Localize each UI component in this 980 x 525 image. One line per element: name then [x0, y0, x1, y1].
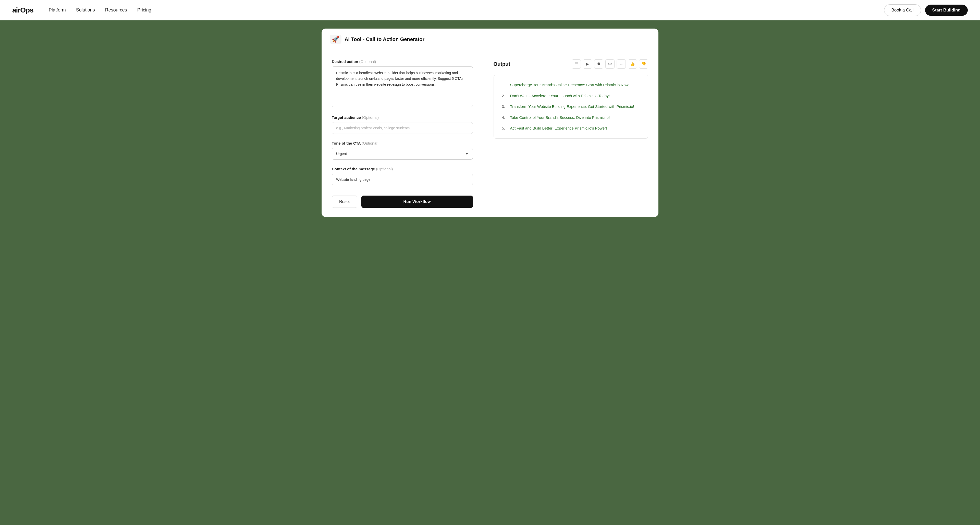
- list-item: 3. Transform Your Website Building Exper…: [502, 104, 640, 109]
- list-item: 2. Don't Wait – Accelerate Your Launch w…: [502, 93, 640, 99]
- context-label: Context of the message (Optional): [332, 167, 473, 171]
- main-wrapper: 🚀 AI Tool - Call to Action Generator Des…: [0, 21, 980, 225]
- code-icon: </>: [608, 62, 612, 66]
- output-title: Output: [493, 61, 511, 67]
- tone-select-wrapper: Urgent Friendly Professional Casual Insp…: [332, 148, 473, 160]
- target-audience-input[interactable]: [332, 122, 473, 134]
- list-item: 5. Act Fast and Build Better: Experience…: [502, 125, 640, 131]
- thumbs-down-button[interactable]: 👎: [639, 59, 648, 68]
- tone-select[interactable]: Urgent Friendly Professional Casual Insp…: [332, 148, 473, 160]
- desired-action-textarea[interactable]: Prismic.io is a headless website builder…: [332, 66, 473, 107]
- nav-pricing[interactable]: Pricing: [137, 7, 151, 13]
- right-panel: Output ☰ ▶ ⚉ </>: [484, 50, 659, 217]
- globe-button[interactable]: ⚉: [594, 59, 603, 68]
- left-panel: Desired action (Optional) Prismic.io is …: [321, 50, 484, 217]
- tool-icon: 🚀: [330, 35, 342, 44]
- output-list: 1. Supercharge Your Brand's Online Prese…: [502, 82, 640, 131]
- tone-field-group: Tone of the CTA (Optional) Urgent Friend…: [332, 141, 473, 160]
- book-call-button[interactable]: Book a Call: [884, 4, 921, 16]
- navbar: airOps Platform Solutions Resources Pric…: [0, 0, 980, 21]
- list-icon: ☰: [575, 62, 578, 66]
- list-item: 4. Take Control of Your Brand's Success:…: [502, 115, 640, 121]
- nav-solutions[interactable]: Solutions: [76, 7, 95, 13]
- nav-resources[interactable]: Resources: [105, 7, 127, 13]
- target-audience-field-group: Target audience (Optional): [332, 115, 473, 134]
- export-icon: ▶: [586, 62, 589, 66]
- context-field-group: Context of the message (Optional): [332, 167, 473, 186]
- copy-button[interactable]: ⎓: [617, 59, 626, 68]
- thumbs-up-button[interactable]: 👍: [628, 59, 637, 68]
- tone-label: Tone of the CTA (Optional): [332, 141, 473, 145]
- tool-card: 🚀 AI Tool - Call to Action Generator Des…: [321, 29, 659, 217]
- nav-platform[interactable]: Platform: [49, 7, 66, 13]
- code-button[interactable]: </>: [605, 59, 614, 68]
- output-actions: ☰ ▶ ⚉ </> ⎓: [572, 59, 648, 68]
- thumbs-down-icon: 👎: [641, 62, 646, 66]
- list-item: 1. Supercharge Your Brand's Online Prese…: [502, 82, 640, 88]
- globe-icon: ⚉: [597, 62, 600, 66]
- nav-links: Platform Solutions Resources Pricing: [49, 7, 884, 13]
- output-content: 1. Supercharge Your Brand's Online Prese…: [493, 75, 648, 139]
- context-input[interactable]: [332, 174, 473, 186]
- tool-header: 🚀 AI Tool - Call to Action Generator: [321, 29, 659, 50]
- start-building-button[interactable]: Start Building: [925, 5, 968, 16]
- list-view-button[interactable]: ☰: [572, 59, 581, 68]
- tool-title: AI Tool - Call to Action Generator: [345, 36, 425, 42]
- action-buttons: Reset Run Workflow: [332, 195, 473, 208]
- reset-button[interactable]: Reset: [332, 195, 357, 208]
- copy-icon: ⎓: [620, 62, 622, 66]
- logo: airOps: [12, 6, 33, 14]
- run-workflow-button[interactable]: Run Workflow: [361, 195, 473, 208]
- output-header: Output ☰ ▶ ⚉ </>: [493, 59, 648, 68]
- navbar-actions: Book a Call Start Building: [884, 4, 968, 16]
- target-audience-label: Target audience (Optional): [332, 115, 473, 120]
- desired-action-label: Desired action (Optional): [332, 59, 473, 64]
- tool-body: Desired action (Optional) Prismic.io is …: [321, 50, 659, 217]
- export-button[interactable]: ▶: [583, 59, 592, 68]
- desired-action-field-group: Desired action (Optional) Prismic.io is …: [332, 59, 473, 108]
- thumbs-up-icon: 👍: [630, 62, 635, 66]
